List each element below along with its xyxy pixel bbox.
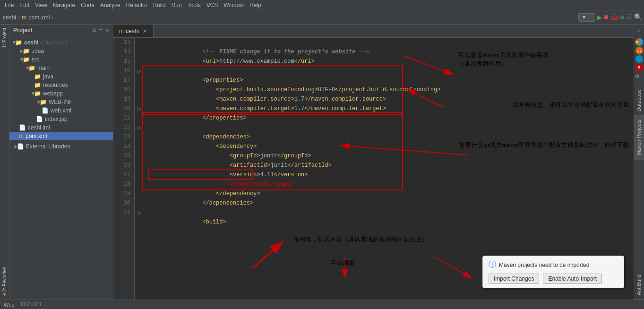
notif-message: Maven projects need to be imported <box>499 262 589 268</box>
breadcrumb-sep2: › <box>51 14 54 21</box>
main-layout: 1: Project ★ 2: Favorites Project ⚙ − ✕ … <box>0 25 644 300</box>
tree-item-webxml[interactable]: 📄 web.xml <box>9 106 113 115</box>
tree-label-webapp: webapp <box>43 90 63 97</box>
tab-close-icon[interactable]: ✕ <box>143 28 147 34</box>
import-changes-button[interactable]: Import Changes <box>489 274 539 284</box>
folder-icon-java: 📁 <box>34 73 41 80</box>
folder-icon-main: 📁 <box>28 65 35 71</box>
status-info: 644×309 <box>20 302 41 307</box>
editor-tab-ceshi[interactable]: m ceshi ✕ <box>113 25 154 37</box>
tree-label-ceshi: ceshi <box>24 39 39 46</box>
run-icon[interactable]: ▶ <box>597 13 602 22</box>
tree-item-webapp[interactable]: ▼ 📁 webapp <box>9 89 113 98</box>
menu-build[interactable]: Build <box>150 2 169 9</box>
panel-header: Project ⚙ − ✕ <box>9 25 113 36</box>
tree-item-pomxml[interactable]: m pom.xml <box>9 132 113 140</box>
panel-icon-close[interactable]: ✕ <box>105 26 109 34</box>
menu-bar: File Edit View Navigate Code Analyze Ref… <box>0 0 644 10</box>
line-num-29: 29 <box>124 189 130 198</box>
tree-label-main: main <box>37 65 50 71</box>
code-editor: 13 14 15 16 17 18 19 20 21 22 23 24 25 2… <box>113 38 634 300</box>
stop-icon[interactable]: ■ <box>604 13 609 22</box>
opera-icon[interactable]: O <box>635 64 643 71</box>
line-num-25: 25 <box>124 151 130 161</box>
top-check-icon: ✓ <box>634 25 644 36</box>
sidebar-item-project[interactable]: 1: Project <box>0 25 9 51</box>
menu-vcs[interactable]: VCS <box>204 2 221 9</box>
menu-run[interactable]: Run <box>169 2 185 9</box>
left-vert-strip: 1: Project ★ 2: Favorites <box>0 25 9 300</box>
project-panel: Project ⚙ − ✕ ▼ 📁 ceshi E:\last\ceshi ► <box>9 25 113 300</box>
settings-icon[interactable]: ⚙ <box>620 13 624 21</box>
code-line-22: <dependencies> <box>148 123 630 132</box>
menu-tools[interactable]: Tools <box>185 2 204 9</box>
top-toolbar: ceshi › m pom.xml › ▼ ▶ ■ 🐞 ⚙ ☷ 🔍 <box>0 10 644 25</box>
menu-file[interactable]: File <box>2 2 17 9</box>
tree-item-main[interactable]: ▼ 📁 main <box>9 64 113 72</box>
breadcrumb: ceshi › m pom.xml › <box>2 14 54 21</box>
search-icon[interactable]: 🔍 <box>634 13 642 21</box>
tree-item-indexjsp[interactable]: 📄 index.jsp <box>9 115 113 123</box>
breadcrumb-project: ceshi <box>2 14 17 21</box>
panel-icon-settings[interactable]: ⚙ <box>93 26 96 34</box>
line-num-27: 27 <box>124 170 130 180</box>
menu-help[interactable]: Help <box>247 2 264 9</box>
right-sidebar: ✓ 🦊 O ⚙ Database Maven Projects Ant Buil… <box>634 25 644 300</box>
tab-database[interactable]: Database <box>634 86 644 116</box>
tree-item-src[interactable]: ▼ 📁 src <box>9 55 113 64</box>
tree-path-ceshi: E:\last\ceshi <box>41 40 69 45</box>
browser-icons-row: 🦊 O ⚙ <box>634 36 644 82</box>
tree-item-idea[interactable]: ► 📁 .idea <box>9 47 113 55</box>
tree-item-webinf[interactable]: ▼ 📁 WEB-INF <box>9 98 113 106</box>
browser3-icon[interactable] <box>635 55 643 63</box>
tree-item-java[interactable]: 📁 java <box>9 72 113 81</box>
menu-code[interactable]: Code <box>78 2 97 9</box>
tree-label-indexjsp: index.jsp <box>45 116 67 122</box>
menu-analyze[interactable]: Analyze <box>97 2 123 9</box>
firefox-icon[interactable]: 🦊 <box>635 47 643 54</box>
tree-item-resources[interactable]: 📁 resources <box>9 81 113 89</box>
editor-area: m ceshi ✕ 13 14 15 16 17 18 19 20 21 <box>113 25 634 300</box>
browser5-icon[interactable]: ⚙ <box>635 72 643 80</box>
sidebar-item-favorites[interactable]: ★ 2: Favorites <box>0 264 9 300</box>
tree-item-ceshi[interactable]: ▼ 📁 ceshi E:\last\ceshi <box>9 38 113 47</box>
tab-maven-projects[interactable]: Maven Projects <box>634 116 644 160</box>
menu-refactor[interactable]: Refactor <box>123 2 150 9</box>
maven-dropdown[interactable]: ▼ <box>578 13 596 22</box>
info-icon: ⓘ <box>489 260 496 270</box>
web-tab[interactable]: Web <box>4 302 14 308</box>
code-line-16: <properties> <box>148 66 630 76</box>
menu-edit[interactable]: Edit <box>17 2 32 9</box>
file-icon-indexjsp: 📄 <box>36 116 43 122</box>
line-num-14: 14 <box>124 47 130 57</box>
tree-label-java: java <box>43 73 53 80</box>
app-window: File Edit View Navigate Code Analyze Ref… <box>0 0 644 309</box>
line-num-22: 22 <box>124 123 130 132</box>
menu-window[interactable]: Window <box>221 2 247 9</box>
code-line-31: <build> <box>148 208 630 217</box>
tree-item-ceshiiml[interactable]: 📄 ceshi.iml <box>9 123 113 132</box>
tree-item-external[interactable]: ► 📄 External Libraries <box>9 142 113 151</box>
line-num-24: 24 <box>124 142 130 151</box>
panel-icon-collapse[interactable]: − <box>99 26 103 34</box>
line-num-31: 31 <box>124 208 130 217</box>
tree-label-pomxml: pom.xml <box>26 133 47 139</box>
line-num-19: 19 <box>124 94 130 104</box>
code-line-13: <!-- FIXME change it to the project's we… <box>148 38 630 47</box>
tab-ant-build[interactable]: Ant Build <box>634 271 644 300</box>
chrome-icon[interactable] <box>635 38 643 46</box>
line-num-13: 13 <box>124 38 130 47</box>
line-num-18: 18 <box>124 85 130 94</box>
tree-label-resources: resources <box>43 82 68 88</box>
debug-icon[interactable]: 🐞 <box>610 13 618 21</box>
layout-icon[interactable]: ☷ <box>626 13 632 21</box>
panel-header-icons: ⚙ − ✕ <box>93 26 109 34</box>
tree-label-ceshiiml: ceshi.iml <box>28 124 50 131</box>
folder-icon-idea: 📁 <box>23 48 30 54</box>
line-num-30: 30 <box>124 198 130 208</box>
menu-navigate[interactable]: Navigate <box>50 2 78 9</box>
menu-view[interactable]: View <box>32 2 50 9</box>
tab-label: ceshi <box>126 28 139 34</box>
line-numbers: 13 14 15 16 17 18 19 20 21 22 23 24 25 2… <box>113 38 135 300</box>
enable-auto-import-button[interactable]: Enable Auto-Import <box>543 274 602 284</box>
